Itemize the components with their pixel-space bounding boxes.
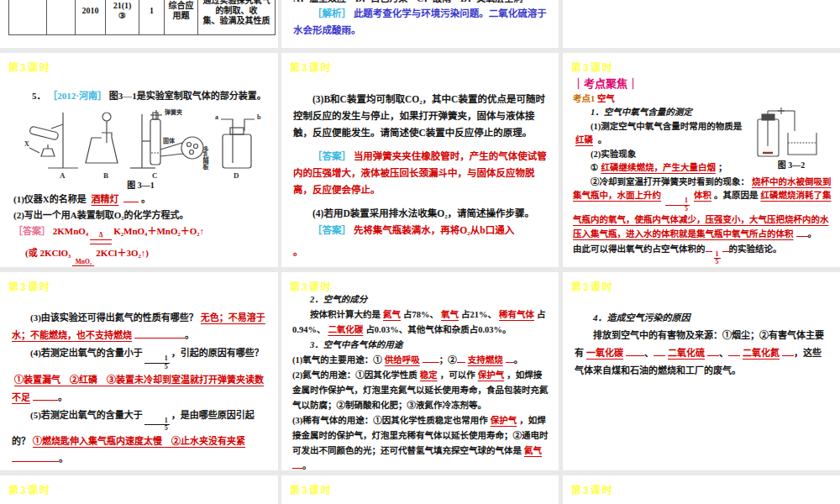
text-segment: 。 (293, 247, 303, 257)
equation-product: K₂MnO₄＋MnO₂＋O₂↑ (113, 226, 204, 236)
text-segment: (4)若用D装置采用排水法收集O₂，请简述操作步骤。 (312, 208, 534, 218)
apparatus-figure-3-1: X A B 弹簧夹 固体 多孔隔板 C (13, 106, 268, 180)
slide-r4c3-cropped[interactable]: 第3课时 (563, 475, 840, 504)
slide-header: 第3课时 (290, 482, 333, 496)
figure-label-x: X (24, 140, 29, 148)
composition-line: 按体积计算大约是氮气占78%、氧气占21%、稀有气体占0.94%、二氧化碳占0.… (292, 307, 549, 338)
text-segment: 。 (598, 135, 607, 144)
table-cell (9, 0, 46, 34)
text-segment: (3)B和C装置均可制取CO₂，其中C装置的优点是可随时控制反应的发生与停止，如… (293, 94, 545, 138)
table-cell-score: 1 (139, 0, 164, 34)
porous-plate-label: 多孔隔板 (202, 145, 209, 171)
sub-question-2: (2)写出一个用A装置制取O₂的化学方程式。 (13, 207, 268, 223)
spring-clip-label: 弹簧夹 (165, 108, 182, 116)
use-noble-gases: (3)稀有气体的用途：①因其化学性质稳定也常用作保护气，如焊接金属时的保护气，灯… (292, 413, 549, 470)
blank-fill-line (654, 346, 665, 356)
slide-r3c2-air-composition[interactable]: 第3课时 2．空气的成分 按体积计算大约是氮气占78%、氧气占21%、稀有气体占… (281, 272, 559, 470)
table-cell (46, 0, 75, 34)
slide-header: 第3课时 (571, 482, 614, 496)
table-cell-year: 2010 (75, 0, 105, 34)
slide-sorter-canvas: { "colors": { "bg": "#e9e9e9", "header":… (0, 0, 840, 504)
blank-fill-line (506, 353, 514, 363)
answer-phenomenon: 红磷继续燃烧，产生大量白烟 (598, 163, 718, 172)
text-segment: ； (718, 163, 727, 172)
text-segment: 。 (808, 229, 817, 239)
text-segment: ，可以作 (440, 370, 475, 380)
fraction-one-fifth: 15 (144, 417, 170, 433)
answer-stable: 稳定 (417, 370, 440, 380)
slide-r1c2-analysis[interactable]: A．温室效应 B．白色污染 C．酸雨 D．臭氧层空洞 ［解析］ 此题考查化学与环… (281, 0, 559, 48)
answer-protective-gas: 保护气 (488, 416, 520, 425)
topic-3-heading: 3．空气中各气体的用途 (292, 338, 549, 353)
text-segment: 按体积计算大约是 (310, 310, 381, 319)
slide-r2c2-q5-continued[interactable]: 第3课时 (3)B和C装置均可制取CO₂，其中C装置的优点是可随时控制反应的发生… (281, 53, 559, 267)
text-segment: (5)若测定出氧气的含量大于 (30, 410, 143, 420)
text-segment: 占78%、 (403, 310, 438, 319)
topic-4-heading: 4．造成空气污染的原因 (575, 309, 830, 327)
answer-label: ［答案］ (13, 226, 50, 236)
answer-high-causes: ①燃烧匙伸入集气瓶内速度太慢 ②止水夹没有夹紧 (30, 436, 248, 446)
slide-r2c3-exam-focus[interactable]: 第3课时 ｜考点聚焦｜ 考点1 空气 图 3—2 1．空气中氧气含量的测定 (563, 53, 840, 267)
figure-3-2-caption: 图 3—2 (751, 160, 832, 171)
slide-r3c1-q3-to-q6[interactable]: 第3课时 (3)由该实验还可得出氮气的性质有哪些？无色；不易溶于水；不能燃烧，也… (0, 272, 278, 470)
phenomenon-2: ②冷却到室温打开弹簧夹时看到的现象：烧杯中的水被倒吸到集气瓶中，水面上升约15体… (573, 176, 832, 242)
analysis-paragraph: ［解析］ 此题考查化学与环境污染问题。二氧化硫溶于水会形成酸雨。 (293, 5, 549, 39)
sub-question-3: (3)B和C装置均可制取CO₂，其中C装置的优点是可随时控制反应的发生与停止，如… (293, 91, 549, 141)
answer-3: ［答案］ 当用弹簧夹夹住橡胶管时，产生的气体使试管内的压强增大，液体被压回长颈漏… (293, 148, 549, 198)
blank-fill-line (722, 242, 729, 252)
answer-equation-2: (或 2KClO₃MnO₂Δ2KCl＋3O₂↑) (13, 245, 268, 268)
text-segment: 。 (514, 355, 523, 365)
blank-fill-line (134, 328, 185, 339)
slide-r2c1-question5[interactable]: 第3课时 5． ［2012·河南］ 图3—1是实验室制取气体的部分装置。 X A… (0, 53, 278, 267)
sub-question-4: (4)若用D装置采用排水法收集O₂，请简述操作步骤。 (293, 205, 549, 222)
blank-fill-line (707, 346, 719, 356)
slide-header: 第3课时 (8, 482, 51, 496)
slide-r4c2-cropped[interactable]: 第3课时 (281, 475, 559, 504)
slide-r3c3-air-pollution[interactable]: 第3课时 4．造成空气污染的原因 排放到空气中的有害物及来源：①烟尘；②有害气体… (563, 272, 840, 470)
answer-4-period: 。 (293, 244, 549, 260)
answer-nitrogen: 氮气 (381, 310, 403, 319)
table-cell-type: 综合应用题 (164, 0, 197, 34)
text-segment: (1)氧气的主要用途：① (292, 355, 382, 365)
text-segment: (2)氮气的用途：①因其化学性质 (292, 370, 417, 380)
text-segment: ；② (439, 355, 457, 365)
text-segment: 的实验结论。 (729, 244, 782, 254)
answer-so2: 二氧化硫 (665, 348, 707, 358)
blank-fill-line (796, 227, 808, 237)
slide-r1c3-blank[interactable] (563, 0, 840, 48)
answer-helium: 氦气 (522, 446, 544, 455)
answer-noble-gases: 稀有气体 (496, 310, 537, 319)
kaodian-number: 考点1 (573, 94, 595, 103)
table-cell-question-no: 21(1)③ (105, 0, 139, 34)
answer-protective-gas: 保护气 (475, 370, 507, 380)
text-segment: 。其原因是 (714, 191, 759, 200)
slide-header: 第3课时 (571, 279, 614, 293)
fraction-one-fifth: 15 (665, 197, 690, 213)
answer-equation-1: ［答案］ 2KMnO₄ΔK₂MnO₄＋MnO₂＋O₂↑ (13, 223, 268, 245)
text-segment: 占0.03%、其他气体和杂质占0.03%。 (365, 325, 511, 334)
text-segment: (2)写出一个用A装置制取O₂的化学方程式。 (13, 210, 189, 220)
answer-combustion: 支持燃烧 (465, 355, 506, 365)
text-segment: (2)实验现象 (591, 150, 636, 159)
equation-condition-mno2: MnO₂Δ (72, 259, 94, 268)
topic-2-heading: 2．空气的成分 (292, 292, 549, 307)
text-segment: 、 (644, 348, 654, 358)
blank-fill-line (123, 192, 139, 202)
text-segment: 。 (58, 392, 67, 402)
text-segment: (3)由该实验还可得出氮气的性质有哪些？ (30, 312, 198, 323)
blank-fill-line (292, 459, 302, 469)
sub-question-3: (3)由该实验还可得出氮气的性质有哪些？无色；不易溶于水；不能燃烧，也不支持燃烧… (12, 309, 268, 344)
use-oxygen: (1)氧气的主要用途：①供给呼吸；②支持燃烧。 (292, 353, 549, 368)
table-cell-topic: 通过实验探究氧气的制取、收集、验满及其性质 (197, 0, 275, 34)
analysis-label: ［解析］ (312, 8, 351, 18)
apparatus-figure-3-2: 图 3—2 (751, 104, 832, 171)
answer-4: ［答案］ 先将集气瓶装满水，再将O₂从b口通入 (293, 222, 549, 239)
slide-r4c1-cropped[interactable]: 第3课时 (0, 475, 278, 504)
blank-fill-line (33, 391, 58, 401)
slide-header: 第3课时 (8, 60, 51, 74)
text-segment: (4)若测定出氧气的含量小于 (30, 348, 143, 358)
slide-r1c1-exam-table[interactable]: 2010 21(1)③ 1 综合应用题 通过实验探究氧气的制取、收集、验满及其性… (0, 0, 278, 48)
blank-fill-line (728, 346, 740, 356)
blank-fill-line (423, 353, 439, 363)
blank-fill-line (12, 452, 59, 462)
